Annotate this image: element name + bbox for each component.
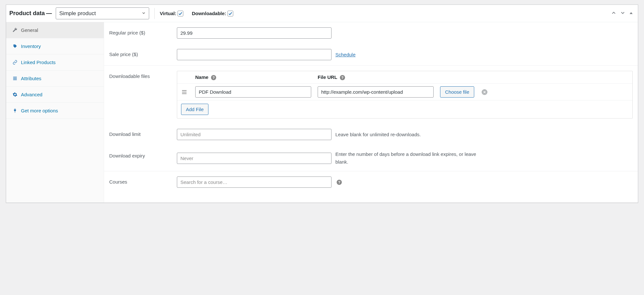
- download-expiry-label: Download expiry: [109, 150, 177, 158]
- downloadable-files-label: Downloadable files: [109, 71, 177, 79]
- panel-title: Product data: [9, 10, 45, 17]
- downloadable-label: Downloadable:: [192, 11, 226, 16]
- choose-file-button[interactable]: Choose file: [440, 86, 474, 98]
- gear-icon: [12, 92, 18, 97]
- regular-price-input[interactable]: [177, 27, 332, 39]
- courses-label: Courses: [109, 176, 177, 185]
- tab-label: Inventory: [21, 43, 41, 49]
- file-url-input[interactable]: [318, 86, 434, 98]
- add-file-button[interactable]: Add File: [181, 104, 208, 115]
- virtual-checkbox[interactable]: [178, 11, 183, 16]
- help-icon[interactable]: ?: [211, 75, 216, 80]
- svg-rect-3: [13, 80, 16, 80]
- schedule-link[interactable]: Schedule: [335, 52, 356, 57]
- tab-get-more-options[interactable]: Get more options: [6, 103, 104, 119]
- sale-price-label: Sale price ($): [109, 49, 177, 57]
- files-header-url: File URL: [318, 74, 337, 80]
- general-tab-content: Regular price ($) Sale price ($) Schedul…: [104, 22, 638, 203]
- product-type-select-wrap: Simple product: [56, 7, 149, 19]
- row-regular-price: Regular price ($): [104, 22, 638, 44]
- regular-price-label: Regular price ($): [109, 27, 177, 35]
- panel-header: Product data — Simple product Virtual: D…: [6, 5, 638, 22]
- row-sale-price: Sale price ($) Schedule: [104, 44, 638, 65]
- help-icon[interactable]: ?: [337, 180, 342, 185]
- downloadable-checkbox[interactable]: [227, 11, 233, 16]
- file-name-input[interactable]: [195, 86, 311, 98]
- tab-linked-products[interactable]: Linked Products: [6, 54, 104, 71]
- help-icon[interactable]: ?: [340, 75, 345, 80]
- row-courses: Courses ?: [104, 171, 638, 193]
- svg-rect-2: [13, 78, 16, 79]
- tab-label: Linked Products: [21, 60, 56, 65]
- file-row: Choose file: [177, 84, 632, 100]
- row-download-limit: Download limit Leave blank for unlimited…: [104, 124, 638, 145]
- download-limit-hint: Leave blank for unlimited re-downloads.: [335, 131, 421, 138]
- virtual-label: Virtual:: [160, 11, 176, 16]
- list-icon: [12, 76, 18, 81]
- row-download-expiry: Download expiry Enter the number of days…: [104, 145, 638, 171]
- tab-label: Advanced: [21, 92, 43, 97]
- panel-collapse-icon[interactable]: [628, 10, 634, 17]
- files-table-header: Name ? File URL ?: [177, 71, 632, 84]
- link-icon: [12, 60, 18, 65]
- tab-label: Get more options: [21, 108, 58, 113]
- downloadable-files-table: Name ? File URL ?: [177, 71, 633, 119]
- delete-file-icon[interactable]: [482, 89, 487, 95]
- header-divider: [154, 8, 155, 19]
- drag-handle-icon[interactable]: [182, 90, 187, 94]
- download-expiry-hint: Enter the number of days before a downlo…: [335, 150, 487, 166]
- downloadable-wrapper: Downloadable:: [192, 11, 233, 16]
- tab-advanced[interactable]: Advanced: [6, 87, 104, 103]
- download-expiry-input[interactable]: [177, 153, 332, 164]
- tab-general[interactable]: General: [6, 22, 104, 38]
- download-limit-label: Download limit: [109, 129, 177, 137]
- tab-label: General: [21, 27, 38, 33]
- courses-search-input[interactable]: [177, 176, 332, 188]
- tab-attributes[interactable]: Attributes: [6, 71, 104, 87]
- product-data-panel: Product data — Simple product Virtual: D…: [6, 5, 638, 203]
- download-limit-input[interactable]: [177, 129, 332, 140]
- files-table-footer: Add File: [177, 100, 632, 118]
- virtual-wrapper: Virtual:: [160, 11, 183, 16]
- panel-title-dash: —: [46, 10, 52, 17]
- tab-inventory[interactable]: Inventory: [6, 38, 104, 54]
- files-header-name: Name: [195, 74, 208, 80]
- panel-move-up-icon[interactable]: [610, 9, 617, 17]
- product-data-tabs: General Inventory Linked Products: [6, 22, 104, 203]
- tab-label: Attributes: [21, 76, 41, 81]
- panel-move-down-icon[interactable]: [619, 9, 626, 17]
- svg-rect-1: [13, 77, 16, 78]
- panel-body: General Inventory Linked Products: [6, 22, 638, 203]
- tag-icon: [12, 44, 18, 49]
- row-downloadable-files: Downloadable files Name ? File URL: [104, 66, 638, 124]
- svg-marker-0: [630, 12, 632, 14]
- product-type-select[interactable]: Simple product: [56, 7, 149, 19]
- wrench-icon: [12, 28, 18, 33]
- panel-header-controls: [610, 9, 634, 17]
- plug-icon: [12, 108, 18, 113]
- sale-price-input[interactable]: [177, 49, 332, 60]
